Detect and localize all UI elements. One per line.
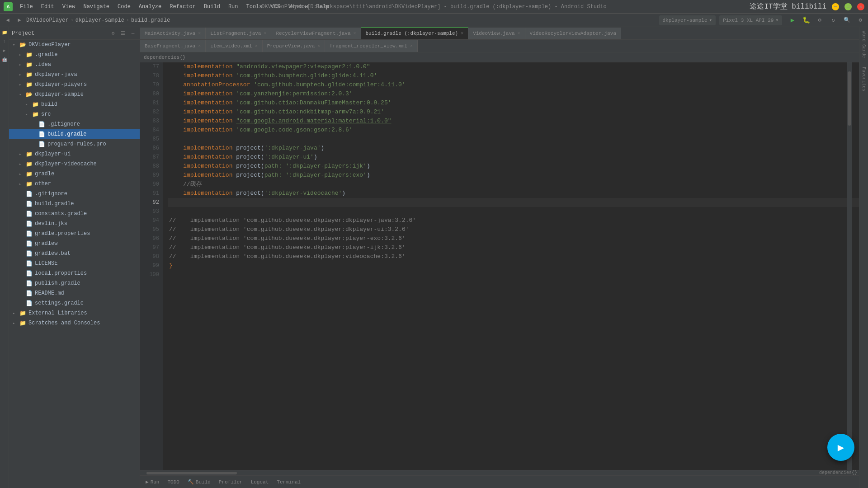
tree-item-devlin_jks[interactable]: 📄devlin.jks (9, 219, 140, 229)
tree-item-build_gradle[interactable]: 📄build.gradle (9, 129, 140, 139)
tree-item-LICENSE[interactable]: 📄LICENSE (9, 258, 140, 268)
tab-videorecyclerviewadapter_java[interactable]: VideoRecyclerViewAdapter.java (525, 28, 621, 39)
tree-item-ext_libs[interactable]: ▸📁External Libraries (9, 308, 140, 318)
tree-item-scratches[interactable]: ▸📁Scratches and Consoles (9, 318, 140, 328)
menu-navigate[interactable]: Navigate (80, 3, 113, 11)
tree-icon-file: 📄 (26, 250, 33, 257)
breadcrumb-file[interactable]: build.gradle (131, 17, 170, 23)
tab-close[interactable]: × (354, 31, 356, 36)
tab2-item_video_xml[interactable]: item_video.xml× (206, 40, 262, 52)
tree-item-idea[interactable]: ▸📁.idea (9, 60, 140, 70)
tree-item-build_gradle_r[interactable]: 📄build.gradle (9, 199, 140, 209)
commit-icon[interactable]: ↑ (1, 38, 8, 45)
bottom-tab-terminal[interactable]: Terminal (273, 477, 304, 488)
vertical-scrollbar[interactable] (847, 62, 852, 470)
close-button[interactable]: ✕ (857, 3, 864, 10)
menu-edit[interactable]: Edit (38, 3, 58, 11)
tree-item-dkplayer-sample[interactable]: ▾📂dkplayer-sample (9, 89, 140, 99)
tab2-fragment_recycler_view_xml[interactable]: fragment_recycler_view.xml× (325, 40, 418, 52)
tab-close[interactable]: × (198, 44, 201, 49)
bottom-tab-build[interactable]: 🔨Build (184, 477, 214, 488)
favorites-label[interactable]: Favorites (861, 67, 866, 91)
tree-item-other[interactable]: ▸📁other (9, 179, 140, 189)
tab-mainactivity_java[interactable]: MainActivity.java× (140, 28, 206, 39)
tree-icon-file: 📄 (26, 270, 33, 277)
tree-item-constants_gradle[interactable]: 📄constants.gradle (9, 209, 140, 219)
tab-videoview_java[interactable]: VideoView.java× (468, 28, 525, 39)
bottom-tab-run[interactable]: ▶Run (142, 477, 163, 488)
tab-recyclerviewfragment_java[interactable]: RecyclerViewFragment.java× (271, 28, 361, 39)
tab-listfragment_java[interactable]: ListFragment.java× (206, 28, 271, 39)
run-button[interactable]: ▶ (788, 15, 797, 25)
sidebar-expand-btn[interactable]: ☰ (119, 29, 127, 38)
tree-icon-file: 📄 (26, 260, 33, 267)
menu-view[interactable]: View (59, 3, 79, 11)
tree-item-gitignore_s[interactable]: 📄.gitignore (9, 119, 140, 129)
tree-item-gradle_prop[interactable]: 📄gradle.properties (9, 229, 140, 239)
tree-item-publish_gradle[interactable]: 📄publish.gradle (9, 278, 140, 288)
tree-icon-folder: 📁 (19, 320, 26, 327)
menu-code[interactable]: Code (114, 3, 134, 11)
run-icon[interactable]: ▶ (1, 47, 8, 54)
tree-item-gradlew[interactable]: 📄gradlew (9, 239, 140, 249)
tab-close[interactable]: × (317, 44, 320, 49)
bilibili-float-button[interactable]: ▶ (827, 434, 854, 461)
tree-item-build[interactable]: ▸📁build (9, 99, 140, 109)
tree-item-gradlew_bat[interactable]: 📄gradlew.bat (9, 249, 140, 258)
word-garde-label[interactable]: Word Garde (861, 31, 866, 58)
settings-button[interactable]: ⚙ (855, 15, 865, 25)
tree-item-dkplayer-java[interactable]: ▸📁dkplayer-java (9, 70, 140, 80)
tree-icon-gradle: 📄 (38, 131, 45, 138)
search-button[interactable]: 🔍 (842, 15, 852, 25)
minimize-button[interactable]: — (832, 3, 839, 10)
android-icon[interactable]: 🤖 (1, 56, 8, 63)
breadcrumb-root[interactable]: DKVideoPlayer (26, 17, 69, 23)
tree-item-readme[interactable]: 📄README.md (9, 288, 140, 298)
breadcrumb-module[interactable]: dkplayer-sample (75, 17, 124, 23)
project-icon[interactable]: 📁 (1, 29, 8, 36)
tree-item-settings_gradle[interactable]: 📄settings.gradle (9, 298, 140, 308)
sidebar-collapse-btn[interactable]: — (129, 29, 137, 38)
maximize-button[interactable]: □ (844, 3, 852, 10)
menu-refactor[interactable]: Refactor (166, 3, 199, 11)
tab-close[interactable]: × (255, 44, 258, 49)
tree-item-proguard[interactable]: 📄proguard-rules.pro (9, 139, 140, 149)
back-button[interactable]: ◀ (3, 15, 13, 25)
tab-close[interactable]: × (461, 31, 463, 36)
sync-button[interactable]: ↻ (828, 15, 838, 25)
tab2-basefragment_java[interactable]: BaseFragment.java× (140, 40, 206, 52)
tree-item-dkplayer-ui[interactable]: ▸📁dkplayer-ui (9, 149, 140, 159)
menu-analyze[interactable]: Analyze (135, 3, 165, 11)
bottom-tab-profiler[interactable]: Profiler (215, 477, 246, 488)
tab-build_gradle___dkplayer_sample_[interactable]: build.gradle (:dkplayer-sample)× (361, 27, 469, 39)
tree-item-gitignore_r[interactable]: 📄.gitignore (9, 189, 140, 199)
tree-label: gradle.properties (35, 230, 90, 237)
forward-button[interactable]: ▶ (14, 15, 24, 25)
code-editor[interactable]: 7778798081828384858687888990919293949596… (140, 62, 859, 470)
bottom-tab-logcat[interactable]: Logcat (247, 477, 273, 488)
horizontal-scrollbar[interactable]: dependencies{} (140, 470, 859, 475)
tab-close[interactable]: × (410, 44, 413, 49)
sidebar-settings-btn[interactable]: ⚙ (109, 29, 117, 38)
tab-close[interactable]: × (198, 31, 201, 36)
menu-run[interactable]: Run (225, 3, 242, 11)
tree-item-src[interactable]: ▸📁src (9, 109, 140, 119)
tree-item-gradle_root[interactable]: ▸📁gradle (9, 169, 140, 179)
tree-item-gradle[interactable]: ▸📁.gradle (9, 50, 140, 60)
tree-item-dkplayer-videocache[interactable]: ▸📁dkplayer-videocache (9, 159, 140, 169)
bottom-tab-todo[interactable]: TODO (164, 477, 183, 488)
code-content[interactable]: implementation "androidx.viewpager2:view… (163, 62, 859, 470)
tree-item-local_prop[interactable]: 📄local.properties (9, 268, 140, 278)
device-selector[interactable]: dkplayer-sample ▾ (659, 15, 716, 25)
tab-close[interactable]: × (518, 31, 520, 36)
tree-item-dkplayer-players[interactable]: ▸📁dkplayer-players (9, 80, 140, 89)
tree-item-dkvideopl[interactable]: ▾📂DKVideoPlayer (9, 40, 140, 50)
tree-label: LICENSE (35, 260, 57, 267)
api-selector[interactable]: Pixel 3 XL API 29 ▾ (719, 15, 782, 25)
tab-close[interactable]: × (264, 31, 266, 36)
build-button[interactable]: ⚙ (815, 15, 825, 25)
menu-build[interactable]: Build (200, 3, 224, 11)
debug-button[interactable]: 🐛 (801, 15, 811, 25)
tab2-prepareview_java[interactable]: PrepareView.java× (263, 40, 326, 52)
menu-file[interactable]: File (16, 3, 37, 11)
